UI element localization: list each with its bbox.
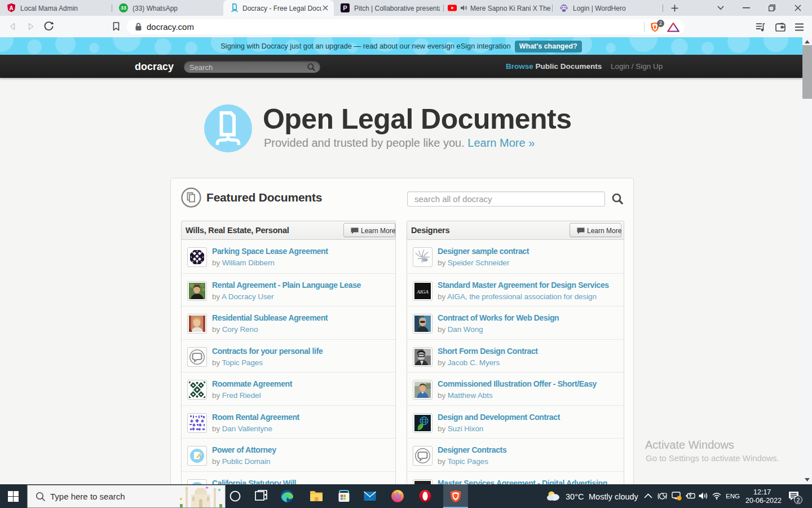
svg-text:AIGA: AIGA bbox=[416, 288, 429, 294]
svg-text:33: 33 bbox=[121, 5, 126, 11]
svg-text:A: A bbox=[9, 5, 13, 11]
svg-text:P: P bbox=[343, 5, 347, 11]
